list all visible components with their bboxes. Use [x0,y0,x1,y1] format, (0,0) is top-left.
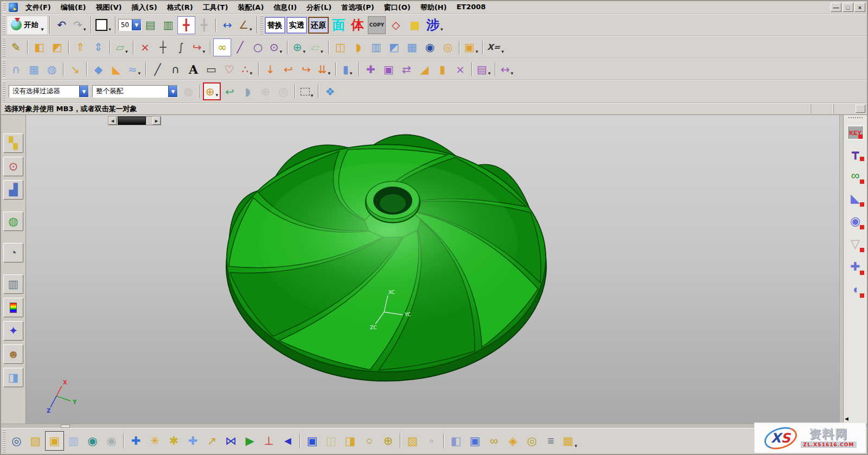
instance-feature-button[interactable]: ▣▾ [462,39,480,56]
materials-button[interactable] [3,298,23,317]
restore-display-button[interactable]: 还原 [308,17,329,34]
toolbar-grip[interactable] [3,38,5,56]
trim-body-button[interactable]: ▥ [367,39,385,56]
vertical-scrollbar[interactable] [839,115,843,424]
assembly-window-button[interactable]: ▣ [465,431,484,451]
flatten-surface-dropdown[interactable]: ▾ [138,71,141,78]
arrangements-button[interactable]: ◧ [446,431,465,451]
wrap-curve-button[interactable]: ⇊▾ [315,60,333,78]
reset-filter-button[interactable]: ⊕ [257,82,275,100]
scroll-left-arrow-icon[interactable]: ◄ [108,117,117,125]
shell-button[interactable]: ◩ [385,39,403,56]
copy-feature-dropdown[interactable]: ▾ [488,71,491,78]
text-button[interactable]: A [184,60,202,78]
project-curve-button[interactable]: ↓ [261,60,279,78]
revolve-button[interactable]: ◗ [349,39,367,56]
delete-face-button[interactable]: × [451,60,469,78]
selection-filter-select[interactable]: 没有选择过滤器 ▼ [9,85,89,98]
spline-points-dropdown[interactable]: ▾ [250,71,253,78]
web-browser-button[interactable]: ◍ [3,212,23,231]
extrude-button[interactable]: ◫ [331,39,349,56]
copy-face-button[interactable]: ▣ [380,60,398,78]
sew-button[interactable]: ◆ [90,60,107,78]
measure-angle-dropdown[interactable]: ▾ [250,27,252,34]
quick-trim-button[interactable]: × [136,39,154,56]
roles-button[interactable]: ☻ [3,344,23,364]
link-settings-button[interactable]: ⊕ [379,431,398,451]
toolbar-grip[interactable] [3,430,5,452]
stretch-face-button[interactable]: ⇕ [90,39,107,56]
new-component-button[interactable]: ✳ [145,431,164,451]
patch-surface-button[interactable]: ◩ [48,39,66,56]
selection-filter-button[interactable]: ⊕▾ [203,82,221,100]
resize-face-button[interactable]: ↔▾ [498,60,516,78]
split-body-button[interactable]: ◧ [30,39,48,56]
redo-dropdown[interactable]: ▾ [84,27,86,34]
history-button[interactable]: ◔ [3,243,23,262]
replay-sequence-button[interactable]: ▶ [240,431,259,451]
rightbar-grip[interactable] [848,117,863,119]
circle-center-dropdown[interactable]: ▾ [280,49,283,56]
point-set-dropdown[interactable]: ▾ [303,49,306,56]
color-dropdown[interactable]: ▾ [108,27,111,34]
expression-button[interactable]: X=▾ [486,39,506,56]
tools-menu[interactable]: 工具(T) [198,1,233,14]
scrollbar-thumb[interactable] [118,117,146,125]
resize-face-dropdown[interactable]: ▾ [511,71,514,78]
toolbar-grip[interactable] [3,82,5,101]
rectangle-select-dropdown[interactable]: ▾ [311,93,314,100]
cylinder-face-button[interactable]: ▮ [433,60,451,78]
display-component-button[interactable]: ▣ [45,431,64,451]
translucency-button[interactable]: 实透 [286,17,307,34]
system-scenes-button[interactable]: ▥ [3,274,23,294]
quick-extend-button[interactable]: ┼ [154,39,172,56]
undo-button[interactable]: ↶ [53,16,71,34]
prompt-resize-handle[interactable] [856,105,865,113]
collapse-arrow-icon[interactable]: ◀ [845,416,848,421]
unite-button[interactable]: ▦ [403,39,421,56]
layer-settings-button[interactable]: ▤ [142,16,159,34]
pad-face-button[interactable]: ⇑ [72,39,90,56]
interpart-select-button[interactable]: ◍ [180,82,197,100]
arc-button[interactable]: ∩ [167,60,184,78]
arc-extend-dropdown[interactable]: ▾ [203,49,206,56]
toolbar-grip[interactable] [3,16,5,34]
measure-angle-button[interactable]: ∠▾ [237,16,254,34]
wireframe-cube-button[interactable]: ◇ [387,16,405,34]
hole-button[interactable]: ◉ [421,39,439,56]
measure-distance-button[interactable]: ↔ [219,16,237,34]
start-dropdown[interactable]: ▾ [41,27,44,34]
visual-effects-button[interactable]: ✦ [3,321,23,341]
part-families-button[interactable]: ▦▾ [560,431,579,451]
instance-feature-dropdown[interactable]: ▾ [476,49,478,56]
horizontal-scrollbar[interactable]: ◄ ► [108,116,161,125]
shaded-cube-button[interactable]: ■ [406,16,424,34]
rings-link-button[interactable]: ∞ [484,431,503,451]
relations-tree-button[interactable]: ≡ [541,431,560,451]
datum-plane-dropdown[interactable]: ▾ [125,49,128,56]
face-display-button[interactable]: 面 [330,16,348,34]
reuse-bracket-button[interactable]: ◣ [846,190,865,207]
preferences-menu[interactable]: 首选项(P) [336,1,379,14]
selection-scope-dropdown-icon[interactable]: ▼ [168,86,177,97]
spline-points-button[interactable]: ∴▾ [238,60,256,78]
reuse-plate-button[interactable]: ◉ [846,213,865,229]
move-component-button[interactable]: ↗ [202,431,221,451]
erase-highlight-button[interactable]: ◗ [239,82,257,100]
copy-feature-button[interactable]: ▤▾ [475,60,493,78]
work-layer-spin[interactable]: 50 ▼ [118,19,142,31]
find-component-button[interactable]: ◎ [7,431,26,451]
section-curve-button[interactable]: ↪ [297,60,315,78]
bottom-scroll-thumb[interactable] [61,425,70,428]
graphics-viewport[interactable]: XC YC ZC X Y Z ◄ ► [26,115,839,424]
step-back-button[interactable]: ↩ [221,82,239,100]
reuse-elbow-button[interactable]: ◖ [846,281,865,298]
selection-filter-dropdown[interactable]: ▾ [216,92,219,99]
shaded-view-cube-button[interactable]: ❖ [321,82,339,100]
offset-surface-button[interactable]: ↘ [66,60,84,78]
new-parent-button[interactable]: ✱ [164,431,183,451]
replace-display-button[interactable]: 替换 [265,17,285,34]
chain-link-button[interactable]: ∞ [213,39,231,56]
layer-dropdown-icon[interactable]: ▼ [132,20,141,30]
face-blend-button[interactable]: ◣ [107,60,125,78]
